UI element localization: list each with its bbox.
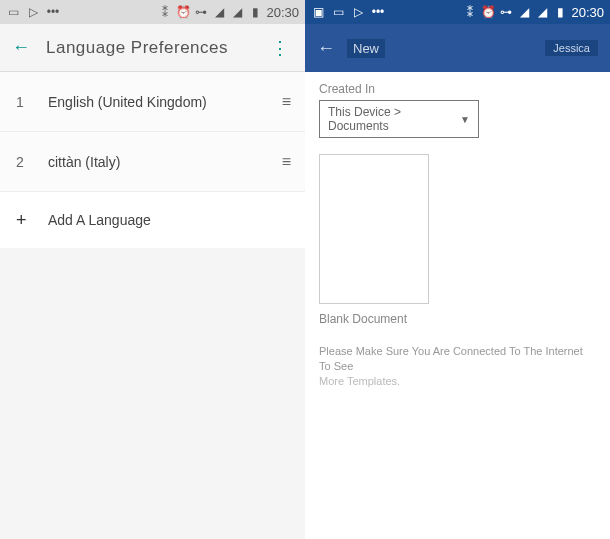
alarm-icon: ⏰ xyxy=(176,5,190,19)
bluetooth-icon: ⁑ xyxy=(158,5,172,19)
content-area: Created In This Device > Documents ▼ Bla… xyxy=(305,72,610,397)
clock: 20:30 xyxy=(571,5,604,20)
signal-icon: ◢ xyxy=(230,5,244,19)
dropdown-value: This Device > Documents xyxy=(328,105,460,133)
play-store-icon: ▷ xyxy=(26,5,40,19)
more-icon: ••• xyxy=(46,5,60,19)
more-templates-link[interactable]: More Templates. xyxy=(319,375,596,387)
wifi-icon: ◢ xyxy=(517,5,531,19)
alarm-icon: ⏰ xyxy=(481,5,495,19)
language-list: 1 English (United Kingdom) ≡ 2 cittàn (I… xyxy=(0,72,305,248)
page-title: New xyxy=(347,39,385,58)
add-language-label: Add A Language xyxy=(48,212,151,228)
page-title: Language Preferences xyxy=(46,38,267,58)
battery-icon: ▮ xyxy=(553,5,567,19)
blank-document-label: Blank Document xyxy=(319,312,596,326)
add-language-button[interactable]: + Add A Language xyxy=(0,192,305,248)
vpn-key-icon: ⊶ xyxy=(194,5,208,19)
play-store-icon: ▷ xyxy=(351,5,365,19)
item-index: 1 xyxy=(16,94,40,110)
overflow-menu-icon[interactable]: ⋮ xyxy=(267,37,293,59)
created-in-label: Created In xyxy=(319,82,596,96)
more-icon: ••• xyxy=(371,5,385,19)
language-name: English (United Kingdom) xyxy=(48,94,282,110)
location-dropdown[interactable]: This Device > Documents ▼ xyxy=(319,100,479,138)
app-bar: ← New Jessica xyxy=(305,24,610,72)
bluetooth-icon: ⁑ xyxy=(463,5,477,19)
language-name: cittàn (Italy) xyxy=(48,154,282,170)
battery-icon: ▮ xyxy=(248,5,262,19)
clock: 20:30 xyxy=(266,5,299,20)
drag-handle-icon[interactable]: ≡ xyxy=(282,153,289,171)
status-bar: ▣ ▭ ▷ ••• ⁑ ⏰ ⊶ ◢ ◢ ▮ 20:30 xyxy=(305,0,610,24)
laptop-icon: ▭ xyxy=(6,5,20,19)
app-bar: ← Language Preferences ⋮ xyxy=(0,24,305,72)
plus-icon: + xyxy=(16,210,40,231)
chevron-down-icon: ▼ xyxy=(460,114,470,125)
list-item[interactable]: 2 cittàn (Italy) ≡ xyxy=(0,132,305,192)
image-icon: ▣ xyxy=(311,5,325,19)
account-label[interactable]: Jessica xyxy=(545,40,598,56)
signal-icon: ◢ xyxy=(535,5,549,19)
status-bar: ▭ ▷ ••• ⁑ ⏰ ⊶ ◢ ◢ ▮ 20:30 xyxy=(0,0,305,24)
back-arrow-icon[interactable]: ← xyxy=(12,37,30,58)
item-index: 2 xyxy=(16,154,40,170)
wifi-icon: ◢ xyxy=(212,5,226,19)
list-item[interactable]: 1 English (United Kingdom) ≡ xyxy=(0,72,305,132)
internet-message: Please Make Sure You Are Connected To Th… xyxy=(319,344,596,375)
back-arrow-icon[interactable]: ← xyxy=(317,38,335,59)
laptop-icon: ▭ xyxy=(331,5,345,19)
drag-handle-icon[interactable]: ≡ xyxy=(282,93,289,111)
vpn-key-icon: ⊶ xyxy=(499,5,513,19)
blank-document-thumbnail[interactable] xyxy=(319,154,429,304)
